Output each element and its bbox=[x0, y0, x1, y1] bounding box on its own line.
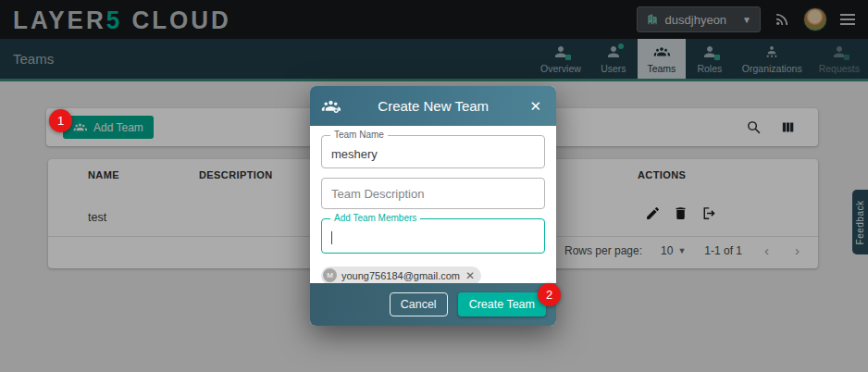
create-team-button[interactable]: Create Team bbox=[458, 292, 546, 316]
team-description-field[interactable]: Team Description bbox=[321, 178, 545, 209]
group-add-icon bbox=[321, 96, 341, 116]
step-1-annotation-badge: 1 bbox=[49, 109, 72, 132]
step-2-annotation-badge: 2 bbox=[538, 283, 561, 306]
add-team-members-label: Add Team Members bbox=[330, 213, 420, 223]
member-chip-row: M young756184@gmail.com ✕ bbox=[321, 265, 545, 285]
cancel-button[interactable]: Cancel bbox=[390, 292, 448, 316]
modal-header: Create New Team ✕ bbox=[310, 86, 556, 126]
member-email-chip[interactable]: M young756184@gmail.com ✕ bbox=[321, 267, 481, 285]
team-name-field[interactable]: Team Name meshery bbox=[321, 135, 545, 168]
create-team-modal: Create New Team ✕ Team Name meshery Team… bbox=[310, 86, 556, 326]
modal-title: Create New Team bbox=[341, 98, 526, 114]
member-email: young756184@gmail.com bbox=[341, 270, 460, 281]
text-cursor bbox=[331, 231, 332, 244]
modal-body: Team Name meshery Team Description Add T… bbox=[310, 126, 556, 285]
team-name-label: Team Name bbox=[330, 130, 388, 140]
member-avatar: M bbox=[323, 268, 337, 282]
app-window: LAYER5 CLOUD dusdjhyeon ▼ Teams bbox=[0, 0, 868, 372]
close-icon[interactable]: ✕ bbox=[526, 96, 545, 117]
team-description-placeholder: Team Description bbox=[331, 187, 424, 201]
add-team-members-field[interactable]: Add Team Members bbox=[321, 218, 545, 254]
modal-footer: Cancel Create Team bbox=[310, 283, 556, 326]
chip-remove-icon[interactable]: ✕ bbox=[465, 269, 475, 282]
team-name-value: meshery bbox=[331, 147, 378, 161]
